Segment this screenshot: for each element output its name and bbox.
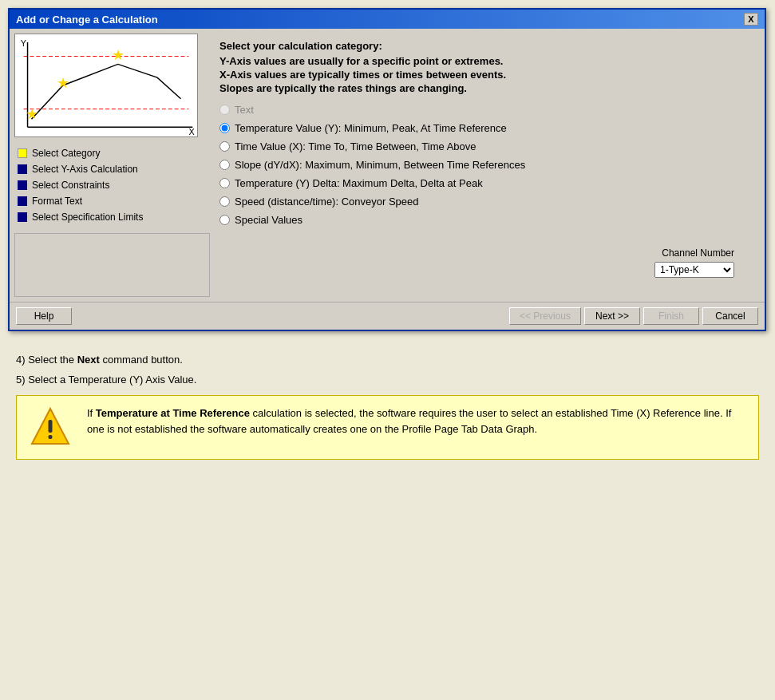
svg-text:★: ★ — [26, 106, 38, 122]
nav-label-yaxis: Select Y-Axis Calculation — [32, 164, 138, 175]
nav-label-constraints: Select Constraints — [32, 180, 109, 191]
radio-label-text: Text — [235, 104, 254, 116]
channel-area: Channel Number 1-Type-K 2-Type-K 3-Type-… — [219, 247, 734, 278]
radio-option-text[interactable]: Text — [219, 104, 750, 116]
nav-item-spec-limits[interactable]: Select Specification Limits — [14, 211, 210, 223]
radio-delta[interactable] — [219, 178, 230, 188]
radio-option-time[interactable]: Time Value (X): Time To, Time Between, T… — [219, 140, 750, 152]
nav-item-select-category[interactable]: Select Category — [14, 147, 210, 160]
close-button[interactable]: X — [744, 13, 758, 26]
warning-text-bold: Temperature at Time Reference — [96, 407, 250, 419]
step4-rest: command button. — [102, 354, 182, 366]
warning-icon — [26, 405, 74, 449]
svg-rect-11 — [49, 420, 53, 433]
radio-option-delta[interactable]: Temperature (Y) Delta: Maximum Delta, De… — [219, 177, 750, 189]
nav-indicator-constraints — [18, 180, 27, 190]
dialog-window: Add or Change a Calculation X X Y — [8, 8, 766, 331]
options-area: Text Temperature Value (Y): Minimum, Pea… — [219, 104, 750, 226]
footer-left: Help — [16, 307, 72, 325]
nav-label-format: Format Text — [32, 196, 82, 207]
warning-text-start: If — [87, 407, 96, 419]
nav-indicator-format — [18, 196, 27, 206]
nav-item-yaxis[interactable]: Select Y-Axis Calculation — [14, 163, 210, 176]
help-button[interactable]: Help — [16, 307, 72, 325]
right-panel: Select your calculation category: Y-Axis… — [210, 34, 760, 297]
right-panel-subtitle3: Slopes are typically the rates things ar… — [219, 82, 750, 94]
radio-temperature[interactable] — [219, 123, 230, 133]
channel-select-area: 1-Type-K 2-Type-K 3-Type-K 4-Type-K — [654, 262, 734, 278]
radio-label-delta: Temperature (Y) Delta: Maximum Delta, De… — [235, 177, 483, 189]
radio-label-temperature: Temperature Value (Y): Minimum, Peak, At… — [235, 122, 507, 134]
radio-label-time: Time Value (X): Time To, Time Between, T… — [235, 140, 476, 152]
nav-indicator-spec-limits — [18, 212, 27, 222]
dialog-titlebar: Add or Change a Calculation X — [10, 10, 765, 29]
dialog-footer: Help << Previous Next >> Finish Cancel — [10, 302, 765, 330]
radio-slope[interactable] — [219, 160, 230, 170]
left-panel: X Y ★ ★ ★ Select Category — [14, 34, 210, 297]
dialog-title: Add or Change a Calculation — [16, 14, 158, 26]
right-panel-subtitle1: Y-Axis values are usually for a specific… — [219, 55, 750, 67]
warning-text: If Temperature at Time Reference calcula… — [87, 405, 749, 449]
radio-text[interactable] — [219, 105, 230, 115]
next-button[interactable]: Next >> — [584, 307, 640, 325]
radio-option-slope[interactable]: Slope (dY/dX): Maximum, Minimum, Between… — [219, 159, 750, 171]
cancel-button[interactable]: Cancel — [702, 307, 758, 325]
instruction-list: 4) Select the Next command button. 5) Se… — [16, 352, 759, 389]
radio-option-speed[interactable]: Speed (distance/time): Conveyor Speed — [219, 196, 750, 208]
footer-right: << Previous Next >> Finish Cancel — [509, 307, 758, 325]
svg-text:Y: Y — [21, 38, 26, 48]
dialog-body: X Y ★ ★ ★ Select Category — [10, 29, 765, 302]
radio-label-slope: Slope (dY/dX): Maximum, Minimum, Between… — [235, 159, 525, 171]
svg-rect-0 — [16, 34, 196, 136]
below-dialog: 4) Select the Next command button. 5) Se… — [8, 347, 767, 471]
radio-label-speed: Speed (distance/time): Conveyor Speed — [235, 196, 419, 208]
radio-time[interactable] — [219, 141, 230, 152]
svg-text:★: ★ — [112, 47, 125, 63]
right-panel-title: Select your calculation category: — [219, 40, 750, 52]
radio-speed[interactable] — [219, 196, 230, 207]
radio-option-special[interactable]: Special Values — [219, 214, 750, 226]
warning-box: If Temperature at Time Reference calcula… — [16, 395, 759, 460]
svg-text:X: X — [188, 127, 194, 136]
radio-option-temperature[interactable]: Temperature Value (Y): Minimum, Peak, At… — [219, 122, 750, 134]
step4-bold: Next — [77, 354, 100, 366]
nav-indicator-yaxis — [18, 164, 27, 174]
radio-label-special: Special Values — [235, 214, 302, 226]
nav-item-constraints[interactable]: Select Constraints — [14, 179, 210, 192]
nav-item-format[interactable]: Format Text — [14, 195, 210, 208]
nav-indicator-select-category — [18, 148, 27, 158]
svg-text:★: ★ — [57, 75, 69, 91]
channel-number-select[interactable]: 1-Type-K 2-Type-K 3-Type-K 4-Type-K — [654, 262, 734, 278]
nav-label-spec-limits: Select Specification Limits — [32, 212, 143, 223]
instruction-step4: 4) Select the Next command button. — [16, 352, 759, 369]
channel-label: Channel Number — [662, 247, 734, 259]
instruction-step5: 5) Select a Temperature (Y) Axis Value. — [16, 372, 759, 389]
radio-special[interactable] — [219, 215, 230, 225]
svg-rect-12 — [49, 435, 53, 439]
nav-label-select-category: Select Category — [32, 148, 100, 159]
chart-area: X Y ★ ★ ★ — [14, 34, 198, 137]
left-bottom-panel — [14, 233, 210, 297]
finish-button[interactable]: Finish — [643, 307, 699, 325]
previous-button[interactable]: << Previous — [509, 307, 581, 325]
right-panel-subtitle2: X-Axis values are typically times or tim… — [219, 69, 750, 81]
